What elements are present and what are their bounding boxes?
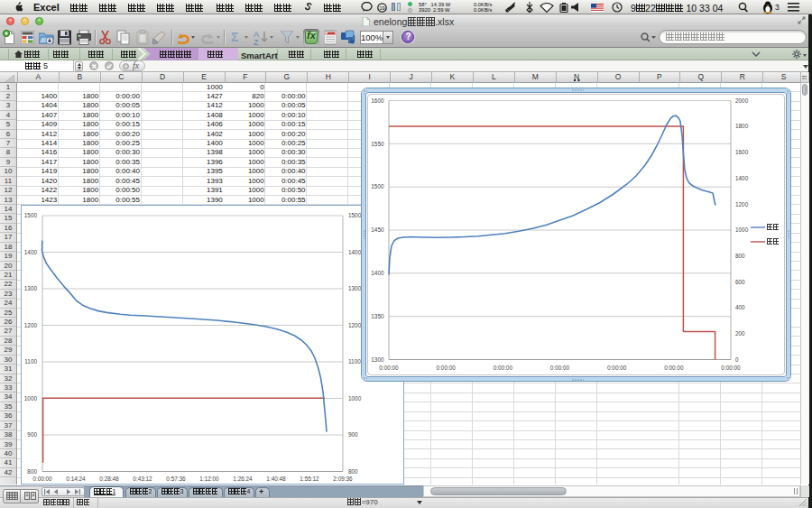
svg-text:1000: 1000	[24, 395, 38, 402]
svg-text:2:09:36: 2:09:36	[333, 476, 353, 482]
svg-text:600: 600	[735, 278, 745, 284]
svg-text:1500: 1500	[348, 212, 362, 218]
svg-text:0:00:00: 0:00:00	[437, 364, 457, 370]
svg-text:0:00:00: 0:00:00	[379, 364, 399, 370]
svg-text:0:28:48: 0:28:48	[99, 476, 119, 482]
svg-text:1500: 1500	[24, 212, 38, 218]
svg-text:0:57:36: 0:57:36	[166, 476, 186, 482]
svg-text:0:00:00: 0:00:00	[494, 364, 513, 370]
svg-text:200: 200	[735, 330, 745, 337]
svg-text:1450: 1450	[371, 226, 384, 233]
svg-text:1600: 1600	[371, 97, 384, 103]
svg-text:0:00:00: 0:00:00	[607, 364, 627, 370]
svg-text:19: 19	[379, 5, 384, 10]
svg-text:1350: 1350	[371, 312, 384, 319]
svg-text:1200: 1200	[735, 200, 749, 207]
svg-text:1800: 1800	[735, 123, 749, 129]
svg-text:0:00:00: 0:00:00	[32, 476, 52, 482]
svg-text:0:00:00: 0:00:00	[664, 364, 684, 370]
svg-text:0:00:00: 0:00:00	[550, 364, 570, 370]
svg-text:1400: 1400	[735, 174, 749, 180]
svg-text:1400: 1400	[371, 270, 384, 276]
svg-text:1500: 1500	[371, 183, 384, 189]
svg-text:0:14:24: 0:14:24	[66, 476, 86, 482]
svg-text:1:26:24: 1:26:24	[233, 476, 253, 482]
svg-text:1600: 1600	[735, 149, 749, 155]
svg-text:1200: 1200	[24, 322, 38, 328]
svg-text:1000: 1000	[735, 226, 749, 233]
svg-text:800: 800	[348, 468, 358, 475]
svg-text:1100: 1100	[24, 358, 37, 365]
svg-text:1300: 1300	[371, 356, 384, 362]
svg-text:1000: 1000	[348, 395, 362, 402]
svg-text:900: 900	[348, 431, 358, 438]
svg-text:0: 0	[735, 356, 739, 362]
svg-text:1100: 1100	[348, 358, 361, 365]
svg-text:1:55:12: 1:55:12	[300, 476, 319, 482]
svg-text:800: 800	[27, 468, 37, 475]
svg-text:1300: 1300	[348, 285, 362, 291]
svg-text:0:00:00: 0:00:00	[721, 364, 741, 370]
svg-text:Z: Z	[254, 38, 259, 46]
svg-text:1200: 1200	[348, 322, 362, 328]
svg-text:0:43:12: 0:43:12	[133, 476, 152, 482]
svg-text:1300: 1300	[24, 285, 38, 291]
svg-text:800: 800	[735, 252, 745, 258]
svg-text:1:40:48: 1:40:48	[266, 476, 286, 482]
svg-text:1400: 1400	[348, 249, 362, 255]
svg-text:900: 900	[27, 431, 37, 438]
svg-text:2000: 2000	[735, 97, 749, 103]
svg-text:1400: 1400	[24, 249, 38, 255]
svg-text:1550: 1550	[371, 140, 384, 146]
svg-text:1:12:00: 1:12:00	[199, 476, 219, 482]
svg-text:400: 400	[735, 304, 745, 310]
